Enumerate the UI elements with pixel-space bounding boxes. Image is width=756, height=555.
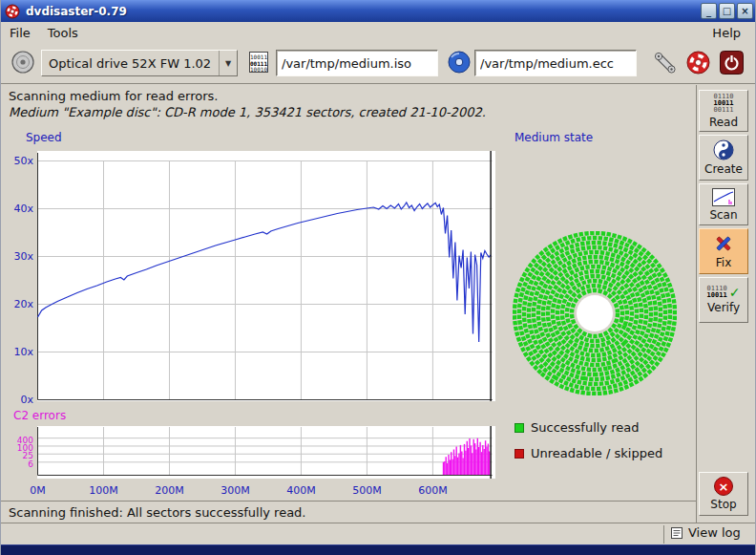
chevron-down-icon: ▼ <box>219 51 237 75</box>
scan-chart-icon <box>712 188 735 206</box>
footer-status: Scanning finished: All sectors successfu… <box>9 505 306 520</box>
x-axis-tick: 500M <box>347 484 386 497</box>
drive-selector[interactable]: Optical drive 52X FW 1.02 ▼ <box>41 50 238 76</box>
x-axis-tick: 100M <box>84 484 122 497</box>
close-button[interactable]: × <box>737 3 753 19</box>
image-file-input[interactable] <box>276 50 438 76</box>
scan-button-label: Scan <box>709 208 737 222</box>
app-icon <box>5 4 20 19</box>
separator <box>1 501 697 502</box>
ecc-file-input[interactable] <box>474 50 637 76</box>
toolbar: Optical drive 52X FW 1.02 ▼ 10011 00111 … <box>1 43 756 84</box>
speed-chart <box>37 151 495 401</box>
view-log-label: View log <box>688 525 741 540</box>
x-axis-tick: 300M <box>216 484 254 497</box>
medium-state-title: Medium state <box>514 131 593 144</box>
power-quit-icon[interactable] <box>719 50 745 75</box>
status-line-1: Scanning medium for read errors. <box>9 89 218 103</box>
menubar: File Tools Help <box>1 22 756 43</box>
speed-ytick: 10x <box>3 346 33 358</box>
x-axis-tick: 400M <box>282 484 320 497</box>
app-window: dvdisaster-0.79 _ □ × File Tools Help Op… <box>0 0 756 555</box>
speed-ytick: 0x <box>3 394 33 406</box>
speed-ytick: 40x <box>3 203 33 215</box>
menu-tools[interactable]: Tools <box>39 24 87 42</box>
stop-icon: × <box>714 477 733 496</box>
verify-button-label: Verify <box>707 301 740 314</box>
medium-state-disc <box>513 231 677 395</box>
speed-chart-title: Speed <box>26 131 62 144</box>
titlebar[interactable]: dvdisaster-0.79 _ □ × <box>1 0 756 22</box>
create-button-label: Create <box>704 162 743 176</box>
wrench-icon[interactable] <box>652 50 678 75</box>
minimize-button[interactable]: _ <box>701 3 717 19</box>
tools-icon <box>713 233 734 254</box>
speed-ytick: 20x <box>3 298 33 310</box>
x-axis-tick: 200M <box>150 484 188 497</box>
separator <box>1 83 756 84</box>
legend-successfully-read: Successfully read <box>514 420 639 435</box>
statusbar: View log <box>1 524 756 544</box>
fix-button-label: Fix <box>716 256 731 269</box>
yin-yang-icon <box>713 139 734 160</box>
dvdisaster-logo-icon[interactable] <box>685 50 711 75</box>
scan-button[interactable]: Scan <box>699 183 748 225</box>
fix-button[interactable]: Fix <box>699 228 748 274</box>
drive-icon <box>10 50 35 75</box>
maximize-button[interactable]: □ <box>719 3 735 19</box>
menu-help[interactable]: Help <box>704 24 749 42</box>
check-icon: ✓ <box>729 286 741 299</box>
x-axis-tick: 600M <box>413 484 452 497</box>
image-file-icon: 10011 00111 10010 <box>247 50 270 75</box>
c2-chart <box>37 426 495 479</box>
window-frame-bottom <box>1 544 756 555</box>
c2-ytick: 6 <box>7 459 33 469</box>
x-axis-tick: 0M <box>19 484 57 497</box>
stop-button-label: Stop <box>710 498 736 511</box>
drive-selector-value: Optical drive 52X FW 1.02 <box>42 56 219 71</box>
window-title: dvdisaster-0.79 <box>26 5 699 18</box>
menu-file[interactable]: File <box>1 24 39 42</box>
separator <box>1 523 756 523</box>
c2-errors-title: C2 errors <box>13 409 66 422</box>
stop-button[interactable]: × Stop <box>699 472 748 516</box>
verify-button[interactable]: 01110 10011 ✓ Verify <box>699 277 748 323</box>
read-button-label: Read <box>709 116 738 129</box>
create-button[interactable]: Create <box>699 135 748 181</box>
read-button[interactable]: 01110 10011 00111 Read <box>699 90 748 132</box>
speed-ytick: 50x <box>3 155 33 167</box>
ecc-file-icon <box>447 50 472 75</box>
verify-icon: 01110 10011 ✓ <box>707 286 741 299</box>
svg-text:10010: 10010 <box>250 66 267 73</box>
view-log-button[interactable]: View log <box>670 525 741 540</box>
separator <box>663 525 664 544</box>
read-icon: 01110 10011 00111 <box>713 94 733 114</box>
separator <box>696 85 697 523</box>
status-line-2: Medium "Example disc": CD-R mode 1, 3534… <box>9 105 486 119</box>
log-icon <box>670 526 683 540</box>
speed-ytick: 30x <box>3 250 33 263</box>
legend-swatch-green <box>514 423 524 433</box>
legend-unreadable: Unreadable / skipped <box>514 446 662 460</box>
legend-swatch-red <box>514 449 524 459</box>
